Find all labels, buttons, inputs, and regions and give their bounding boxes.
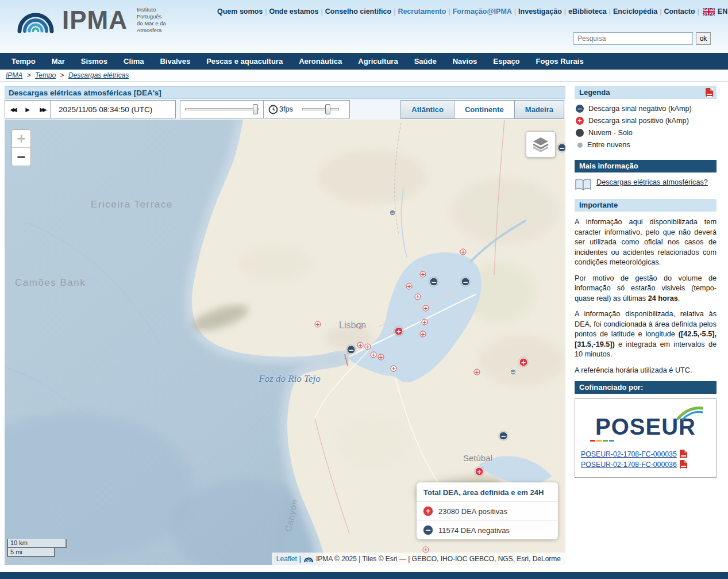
important-body: A informação aqui disponibilizada tem ca… <box>575 217 717 375</box>
main-nav-agricultura[interactable]: Agricultura <box>350 57 406 66</box>
ipma-page: IPMA Instituto Português do Mar e da Atm… <box>0 0 728 579</box>
important-paragraph: A informação aqui disponibilizada tem ca… <box>575 217 717 268</box>
site-header: IPMA Instituto Português do Mar e da Atm… <box>0 0 728 52</box>
important-header: Importante <box>575 199 717 212</box>
poseur-link-poseur-02-1708-fc-000036[interactable]: POSEUR-02-1708-FC-000036 <box>581 461 677 469</box>
top-nav-quem-somos[interactable]: Quem somos <box>217 7 263 16</box>
more-info-link[interactable]: Descargas elétricas atmosféricas? <box>596 178 711 186</box>
brand-subtitle: Instituto Português do Mar e da Atmosfer… <box>133 6 166 34</box>
sidebar: Legenda −Descarga sinal negativo (kAmp)+… <box>575 86 717 478</box>
language-switch[interactable]: EN <box>718 7 727 16</box>
search-input[interactable] <box>573 32 693 45</box>
pdf-icon[interactable] <box>680 460 687 469</box>
leaflet-link[interactable]: Leaflet <box>276 555 297 563</box>
main-nav-fogos-rurais[interactable]: Fogos Rurais <box>528 57 592 66</box>
positive-discharge-marker: + <box>420 271 426 278</box>
brand-subtitle-line: do Mar e da <box>137 20 166 27</box>
tab-atl-ntico[interactable]: Atlântico <box>400 100 454 119</box>
rewind-button[interactable]: ◀◀ <box>5 102 20 116</box>
important-paragraph: A referência horária utilizada é UTC. <box>575 366 717 376</box>
map-canvas[interactable]: +++++++++++++++++++−−−−−−− Ericeira Terr… <box>5 120 565 565</box>
cg-symbol-icon <box>576 129 584 137</box>
neg-symbol-icon: − <box>576 105 584 113</box>
total-dea-box: Total DEA, área definida e em 24H + 2308… <box>417 482 558 539</box>
top-nav-contacto[interactable]: Contacto <box>664 7 695 16</box>
positive-discharge-marker: + <box>365 344 371 350</box>
separator: | <box>391 7 398 16</box>
forward-button[interactable]: ▶▶ <box>35 102 50 116</box>
zoom-control: + − <box>11 129 31 166</box>
fps-label: 3fps <box>278 105 293 113</box>
positive-discharge-marker: + <box>423 547 429 553</box>
top-nav-enciclop-dia[interactable]: Enciclopédia <box>613 7 657 16</box>
top-nav-ebiblioteca[interactable]: eBiblioteca <box>568 7 607 16</box>
legend-header: Legenda <box>575 86 717 99</box>
total-positives-row: + 23080 DEA positivas <box>417 502 558 521</box>
main-nav-sismos[interactable]: Sismos <box>73 57 115 66</box>
clock-icon <box>268 105 278 114</box>
breadcrumb-tempo[interactable]: Tempo <box>35 71 56 79</box>
search-submit-button[interactable]: ok <box>696 32 711 45</box>
tab-madeira[interactable]: Madeira <box>515 100 564 119</box>
fps-slider-handle[interactable] <box>325 104 330 114</box>
top-nav-recrutamento[interactable]: Recrutamento <box>398 7 446 16</box>
poseur-swoosh-icon <box>677 406 703 420</box>
separator: | <box>657 7 664 16</box>
legend-item-descarga-sinal-positivo-kamp: +Descarga sinal positivo (kAmp) <box>576 117 715 125</box>
page-title: Descargas elétricas atmosféricas [DEA's] <box>5 86 565 99</box>
top-nav-forma-o-ipma[interactable]: Formação@IPMA <box>453 7 512 16</box>
time-slider[interactable] <box>185 103 259 115</box>
breadcrumb-descargas-el-tricas[interactable]: Descargas elétricas <box>68 71 129 79</box>
main-nav-bivalves[interactable]: Bivalves <box>152 57 198 66</box>
breadcrumb-ipma[interactable]: IPMA <box>6 71 22 79</box>
zoom-in-button[interactable]: + <box>12 130 30 148</box>
positive-discharge-marker: + <box>391 366 397 372</box>
time-slider-track[interactable] <box>185 108 259 110</box>
poseur-logo: POSEUR <box>581 405 710 444</box>
fps-slider[interactable] <box>302 103 339 115</box>
top-nav-onde-estamos[interactable]: Onde estamos <box>269 7 318 16</box>
cofinanced-title: Cofinanciado por: <box>579 383 643 392</box>
legend-items: −Descarga sinal negativo (kAmp)+Descarga… <box>575 99 717 160</box>
ipma-logo[interactable]: IPMA Instituto Português do Mar e da Atm… <box>15 5 166 36</box>
breadcrumb: IPMA > Tempo > Descargas elétricas <box>0 70 728 82</box>
main-nav-tempo[interactable]: Tempo <box>3 57 44 66</box>
positive-discharge-marker: + <box>357 342 364 348</box>
tab-continente[interactable]: Continente <box>454 100 515 119</box>
positive-discharge-marker: + <box>315 321 321 328</box>
play-button[interactable]: ▶ <box>20 102 35 116</box>
poseur-link-poseur-02-1708-fc-000035[interactable]: POSEUR-02-1708-FC-000035 <box>581 450 677 458</box>
pdf-icon[interactable] <box>706 88 713 97</box>
total-negatives-value: 11574 DEA negativas <box>438 526 510 535</box>
more-info-title: Mais informação <box>579 162 638 170</box>
pos-symbol-icon: + <box>576 117 584 125</box>
main-nav-mar[interactable]: Mar <box>44 57 73 66</box>
poseur-stripes <box>590 440 614 442</box>
uk-flag-icon <box>703 8 715 16</box>
positive-discharge-marker: + <box>371 352 377 358</box>
separator: | <box>562 7 568 16</box>
positive-discharge-marker: + <box>415 294 421 300</box>
main-nav-sa-de[interactable]: Saúde <box>406 57 445 66</box>
time-slider-handle[interactable] <box>253 104 258 114</box>
positive-discharge-marker: + <box>420 331 426 338</box>
main-nav-pescas-e-aquacultura[interactable]: Pescas e aquacultura <box>198 57 291 66</box>
legend-item-label: Nuvem - Solo <box>588 129 633 137</box>
pdf-icon[interactable] <box>680 450 687 458</box>
region-tabs: AtlânticoContinenteMadeira <box>400 100 564 119</box>
negative-discharge-marker: − <box>430 278 438 286</box>
brand-subtitle-line: Instituto <box>137 6 166 13</box>
main-nav-clima[interactable]: Clima <box>115 57 152 66</box>
top-nav-conselho-cient-fico[interactable]: Conselho científico <box>325 7 391 16</box>
positive-discharge-marker: + <box>406 283 413 290</box>
positive-discharge-marker: + <box>475 467 484 476</box>
footer-bar <box>0 572 728 579</box>
main-nav-aeron-utica[interactable]: Aeronáutica <box>291 57 350 66</box>
main-nav-espa-o[interactable]: Espaço <box>485 57 527 66</box>
layers-control[interactable] <box>526 131 556 158</box>
zoom-out-button[interactable]: − <box>12 148 30 166</box>
fps-group: 3fps <box>263 101 298 118</box>
fps-slider-track[interactable] <box>302 108 339 110</box>
top-nav-investiga-o[interactable]: Investigação <box>518 7 562 16</box>
main-nav-navios[interactable]: Navios <box>445 57 486 66</box>
